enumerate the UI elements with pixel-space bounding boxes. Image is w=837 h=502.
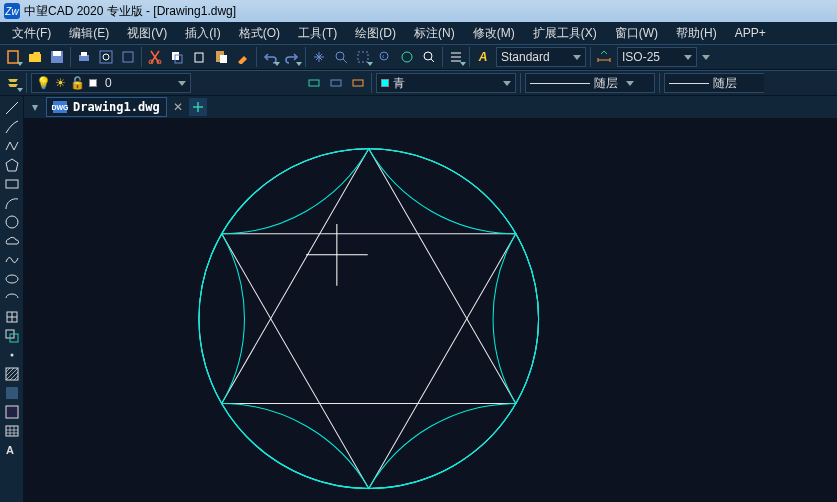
properties-button[interactable] (445, 46, 467, 68)
dimstyle-icon[interactable] (593, 46, 615, 68)
drawing-content (24, 119, 837, 502)
svg-point-20 (424, 52, 432, 60)
ray-tool[interactable] (2, 117, 22, 136)
svg-point-30 (10, 353, 13, 356)
svg-text:‹: ‹ (382, 53, 385, 60)
svg-rect-22 (331, 80, 341, 86)
undo-button[interactable] (259, 46, 281, 68)
svg-text:A: A (6, 444, 14, 456)
ellipse-arc-tool[interactable] (2, 288, 22, 307)
svg-rect-33 (6, 406, 18, 418)
menu-modify[interactable]: 修改(M) (465, 23, 523, 44)
menu-window[interactable]: 窗口(W) (607, 23, 666, 44)
svg-rect-7 (123, 52, 133, 62)
svg-rect-16 (358, 52, 368, 62)
layer-prev-button[interactable] (325, 72, 347, 94)
layer-manager-button[interactable] (2, 72, 24, 94)
more-dimstyle-button[interactable] (699, 46, 713, 68)
copyclip-button[interactable] (188, 46, 210, 68)
matchprop-button[interactable] (232, 46, 254, 68)
menu-draw[interactable]: 绘图(D) (347, 23, 404, 44)
redo-button[interactable] (281, 46, 303, 68)
textstyle-icon[interactable]: A (472, 46, 494, 68)
document-tab[interactable]: DWG Drawing1.dwg (46, 97, 167, 117)
dimstyle-combo[interactable]: ISO-25 (617, 47, 697, 67)
layer-state-button[interactable] (347, 72, 369, 94)
new-tab-button[interactable] (189, 98, 207, 116)
hatch-tool[interactable] (2, 364, 22, 383)
magnifier-button[interactable] (418, 46, 440, 68)
svg-rect-4 (81, 52, 87, 56)
print-preview-button[interactable] (95, 46, 117, 68)
svg-rect-2 (53, 51, 61, 56)
publish-button[interactable] (117, 46, 139, 68)
region-tool[interactable] (2, 402, 22, 421)
table-tool[interactable] (2, 421, 22, 440)
linetype-combo[interactable]: 随层 (525, 73, 655, 93)
menu-bar: 文件(F) 编辑(E) 视图(V) 插入(I) 格式(O) 工具(T) 绘图(D… (0, 22, 837, 44)
insert-block-tool[interactable] (2, 307, 22, 326)
gradient-tool[interactable] (2, 383, 22, 402)
save-button[interactable] (46, 46, 68, 68)
tab-close-button[interactable]: ✕ (171, 100, 185, 114)
menu-tools[interactable]: 工具(T) (290, 23, 345, 44)
print-button[interactable] (73, 46, 95, 68)
zoom-previous-button[interactable]: ‹ (374, 46, 396, 68)
drawing-canvas[interactable] (24, 119, 837, 502)
layer-color-swatch (89, 79, 97, 87)
menu-insert[interactable]: 插入(I) (177, 23, 228, 44)
mtext-tool[interactable]: A (2, 440, 22, 459)
layer-toolbar: 💡 ☀ 🔓 青 随层 随层 (0, 70, 837, 96)
pan-button[interactable] (308, 46, 330, 68)
tab-label: Drawing1.dwg (73, 100, 160, 114)
zoom-extents-button[interactable] (396, 46, 418, 68)
circle-tool[interactable] (2, 212, 22, 231)
window-title: 中望CAD 2020 专业版 - [Drawing1.dwg] (24, 3, 236, 20)
menu-file[interactable]: 文件(F) (4, 23, 59, 44)
menu-format[interactable]: 格式(O) (231, 23, 288, 44)
menu-help[interactable]: 帮助(H) (668, 23, 725, 44)
zoom-realtime-button[interactable] (330, 46, 352, 68)
lock-open-icon: 🔓 (70, 76, 85, 90)
open-button[interactable] (24, 46, 46, 68)
paste-button[interactable] (210, 46, 232, 68)
polyline-tool[interactable] (2, 136, 22, 155)
svg-point-36 (199, 149, 539, 489)
svg-rect-5 (100, 51, 112, 63)
cloud-tool[interactable] (2, 231, 22, 250)
ellipse-tool[interactable] (2, 269, 22, 288)
textstyle-combo[interactable]: Standard (496, 47, 586, 67)
svg-rect-32 (6, 387, 18, 399)
layer-combo[interactable]: 💡 ☀ 🔓 (31, 73, 191, 93)
point-tool[interactable] (2, 345, 22, 364)
lineweight-combo[interactable]: 随层 (664, 73, 764, 93)
rectangle-tool[interactable] (2, 174, 22, 193)
copy-button[interactable] (166, 46, 188, 68)
svg-rect-12 (195, 53, 203, 62)
cut-button[interactable] (144, 46, 166, 68)
linetype-preview-icon (530, 83, 590, 84)
layer-name-input[interactable] (101, 73, 161, 93)
polygon-tool[interactable] (2, 155, 22, 174)
make-block-tool[interactable] (2, 326, 22, 345)
new-button[interactable] (2, 46, 24, 68)
zoom-window-button[interactable] (352, 46, 374, 68)
color-combo[interactable]: 青 (376, 73, 516, 93)
menu-edit[interactable]: 编辑(E) (61, 23, 117, 44)
arc-tool[interactable] (2, 193, 22, 212)
layer-iso-button[interactable] (303, 72, 325, 94)
tab-menu-button[interactable]: ▾ (28, 96, 42, 118)
sun-icon: ☀ (55, 76, 66, 90)
menu-dim[interactable]: 标注(N) (406, 23, 463, 44)
line-tool[interactable] (2, 98, 22, 117)
svg-point-19 (402, 52, 412, 62)
color-swatch-icon (381, 79, 389, 87)
svg-point-15 (336, 52, 344, 60)
spline-tool[interactable] (2, 250, 22, 269)
document-tab-row: ▾ DWG Drawing1.dwg ✕ (24, 96, 837, 119)
menu-app[interactable]: APP+ (727, 24, 774, 42)
svg-point-25 (6, 216, 18, 228)
menu-view[interactable]: 视图(V) (119, 23, 175, 44)
menu-ext-tools[interactable]: 扩展工具(X) (525, 23, 605, 44)
svg-rect-14 (220, 55, 227, 63)
